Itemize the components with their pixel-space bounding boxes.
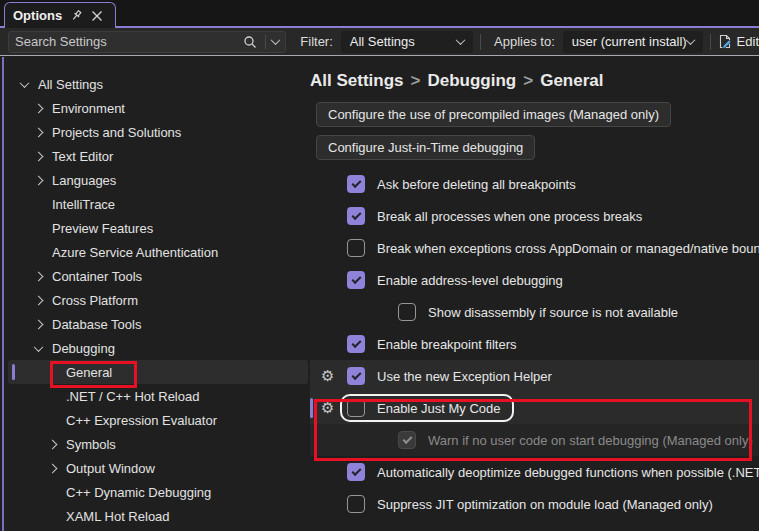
setting-row-break-when-exceptions-cross-appdomain-or: Break when exceptions cross AppDomain or… [310, 232, 759, 264]
sidebar-item-text-editor[interactable]: Text Editor [8, 144, 308, 168]
configure-precompiled-images-button[interactable]: Configure the use of precompiled images … [316, 102, 671, 127]
filter-label: Filter: [300, 34, 333, 49]
checkbox-enable-just-my-code[interactable] [347, 399, 365, 417]
sidebar-item-label: XAML Hot Reload [66, 509, 170, 524]
sidebar-item-debugging[interactable]: Debugging [8, 336, 308, 360]
checkbox-use-the-new-exception-helper[interactable] [347, 367, 365, 385]
search-input[interactable]: Search Settings [8, 31, 286, 53]
search-chevron-down-icon[interactable] [271, 35, 281, 45]
edit-button-label: Edit [737, 34, 759, 49]
close-icon[interactable] [91, 10, 103, 22]
tab-options[interactable]: Options [4, 2, 116, 28]
focused-row-indicator [310, 398, 313, 418]
checkbox-suppress-jit-optimization-on-m[interactable] [347, 495, 365, 513]
breadcrumb-debugging[interactable]: Debugging [427, 71, 516, 90]
sidebar-item-projects-and-solutions[interactable]: Projects and Solutions [8, 120, 308, 144]
sidebar-item-intellitrace[interactable]: IntelliTrace [8, 192, 308, 216]
chevron-right-icon[interactable] [48, 463, 58, 473]
sidebar-item-label: Debugging [52, 341, 115, 356]
setting-row-suppress-jit-optimization-on-module-load: Suppress JIT optimization on module load… [310, 488, 759, 520]
setting-row-show-disassembly-if-source-is-not-availa: Show disassembly if source is not availa… [310, 296, 759, 328]
applies-to-label: Applies to: [494, 34, 555, 49]
chevron-right-icon[interactable] [34, 151, 44, 161]
breadcrumb-all-settings[interactable]: All Settings [310, 71, 404, 90]
setting-row-enable-just-my-code: ⚙Enable Just My Code [310, 392, 759, 424]
sidebar-item-label: Database Tools [52, 317, 141, 332]
setting-label: Warn if no user code on start debugging … [428, 433, 753, 448]
chevron-right-icon[interactable] [34, 175, 44, 185]
tab-title: Options [13, 8, 62, 23]
applies-to-dropdown[interactable]: user (current install) [563, 31, 703, 53]
sidebar-item-container-tools[interactable]: Container Tools [8, 264, 308, 288]
settings-panel: All Settings>Debugging>General Configure… [310, 57, 759, 531]
setting-label: Break when exceptions cross AppDomain or… [377, 241, 759, 256]
search-placeholder: Search Settings [15, 34, 243, 49]
pin-icon[interactable] [70, 9, 83, 22]
sidebar-item-general[interactable]: General [8, 360, 308, 384]
sidebar-item-label: Azure Service Authentication [52, 245, 218, 260]
sidebar-item-output-window[interactable]: Output Window [8, 456, 308, 480]
sidebar-item-label: General [66, 365, 112, 380]
chevron-down-icon[interactable] [34, 342, 44, 352]
sidebar-item-label: C++ Dynamic Debugging [66, 485, 211, 500]
sidebar-item-symbols[interactable]: Symbols [8, 432, 308, 456]
chevron-right-icon[interactable] [48, 439, 58, 449]
setting-label: Enable Just My Code [377, 401, 501, 416]
sidebar-item-database-tools[interactable]: Database Tools [8, 312, 308, 336]
chevron-right-icon[interactable] [34, 127, 44, 137]
sidebar-item-preview-features[interactable]: Preview Features [8, 216, 308, 240]
sidebar-item-azure-service-authentication[interactable]: Azure Service Authentication [8, 240, 308, 264]
sidebar-item-xaml-hot-reload[interactable]: XAML Hot Reload [8, 504, 308, 528]
sidebar-item-all-settings[interactable]: All Settings [8, 72, 308, 96]
sidebar-item-label: Cross Platform [52, 293, 138, 308]
chevron-down-icon [456, 35, 466, 45]
sidebar-item-cross-platform[interactable]: Cross Platform [8, 288, 308, 312]
breadcrumb-separator: > [523, 71, 533, 90]
checkbox-enable-address-level-debugging[interactable] [347, 271, 365, 289]
applies-to-value: user (current install) [572, 34, 687, 49]
setting-row-warn-if-no-user-code-on-start-debugging-: Warn if no user code on start debugging … [310, 424, 759, 456]
sidebar-item-label: Text Editor [52, 149, 113, 164]
sidebar-item-languages[interactable]: Languages [8, 168, 308, 192]
setting-row-use-the-new-exception-helper: ⚙Use the new Exception Helper [310, 360, 759, 392]
sidebar-item-c-expression-evaluator[interactable]: C++ Expression Evaluator [8, 408, 308, 432]
search-icon[interactable] [243, 35, 257, 49]
tab-strip: Options [0, 0, 759, 28]
setting-label: Automatically deoptimize debugged functi… [377, 465, 759, 480]
toolbar-divider [480, 34, 481, 50]
checkbox-break-all-processes-when-one-p[interactable] [347, 207, 365, 225]
filter-value: All Settings [350, 34, 415, 49]
configure-jit-debugging-button[interactable]: Configure Just-in-Time debugging [316, 135, 535, 160]
setting-label: Use the new Exception Helper [377, 369, 552, 384]
gear-icon[interactable]: ⚙ [321, 401, 334, 416]
checkbox-break-when-exceptions-cross-ap[interactable] [347, 239, 365, 257]
setting-label: Enable breakpoint filters [377, 337, 516, 352]
chevron-right-icon[interactable] [34, 103, 44, 113]
gear-icon[interactable]: ⚙ [321, 369, 334, 384]
sidebar-item-label: Preview Features [52, 221, 153, 236]
breadcrumb-general: General [540, 71, 603, 90]
filter-dropdown[interactable]: All Settings [341, 31, 473, 53]
setting-row-automatically-deoptimize-debugged-functi: Automatically deoptimize debugged functi… [310, 456, 759, 488]
setting-label: Break all processes when one process bre… [377, 209, 642, 224]
breadcrumb: All Settings>Debugging>General [310, 71, 759, 91]
sidebar-item-net-c-hot-reload[interactable]: .NET / C++ Hot Reload [8, 384, 308, 408]
chevron-right-icon[interactable] [34, 319, 44, 329]
setting-label: Suppress JIT optimization on module load… [377, 497, 713, 512]
checkbox-show-disassembly-if-source-is-[interactable] [398, 303, 416, 321]
chevron-right-icon[interactable] [34, 295, 44, 305]
checkbox-automatically-deoptimize-debug[interactable] [347, 463, 365, 481]
checkbox-enable-breakpoint-filters[interactable] [347, 335, 365, 353]
checkbox-ask-before-deleting-all-breakp[interactable] [347, 175, 365, 193]
setting-row-enable-address-level-debugging: Enable address-level debugging [310, 264, 759, 296]
chevron-down-icon[interactable] [20, 78, 30, 88]
toolbar-divider [710, 34, 711, 50]
sidebar-item-label: Languages [52, 173, 116, 188]
selected-indicator [12, 364, 15, 380]
edit-document-icon [718, 34, 732, 49]
sidebar-item-environment[interactable]: Environment [8, 96, 308, 120]
edit-json-button[interactable]: Edit [718, 34, 759, 49]
chevron-right-icon[interactable] [34, 271, 44, 281]
chevron-down-icon [685, 35, 695, 45]
sidebar-item-c-dynamic-debugging[interactable]: C++ Dynamic Debugging [8, 480, 308, 504]
